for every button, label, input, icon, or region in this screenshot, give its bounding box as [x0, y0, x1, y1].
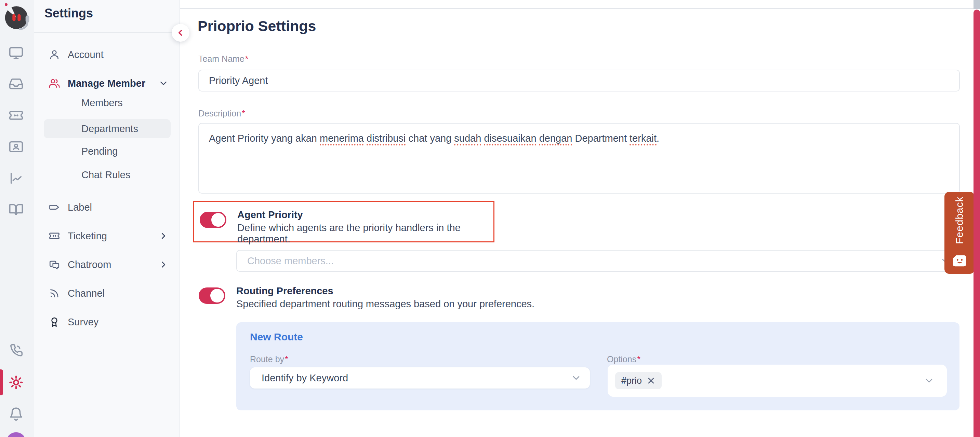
sidebar-item-account[interactable]: Account: [44, 45, 171, 64]
user-avatar[interactable]: [6, 432, 26, 437]
app-logo-icon[interactable]: [3, 2, 30, 32]
required-asterisk: *: [637, 355, 640, 364]
settings-gear-icon[interactable]: [8, 375, 24, 390]
sidebar-item-label: Account: [68, 49, 103, 60]
sidebar-item-survey[interactable]: Survey: [44, 312, 171, 331]
sidebar-item-label: Chatroom: [68, 259, 111, 271]
team-name-value: Priority Agent: [209, 75, 268, 86]
award-icon: [49, 316, 60, 328]
agent-priority-toggle[interactable]: [200, 212, 226, 228]
chevron-left-icon: [176, 28, 185, 37]
scrollbar-thumb[interactable]: [974, 0, 980, 9]
required-asterisk: *: [245, 54, 248, 63]
inbox-monitor-icon[interactable]: [8, 45, 24, 61]
agent-priority-description: Define which agents are the priority han…: [237, 222, 493, 245]
sidebar-item-label: Channel: [68, 288, 105, 299]
required-asterisk: *: [242, 109, 245, 118]
user-icon: [49, 49, 60, 60]
rss-icon: [49, 287, 60, 299]
route-by-label: Route by*: [250, 355, 288, 364]
sidebar-item-departments[interactable]: Departments: [44, 119, 171, 138]
sidebar-item-label: Members: [81, 97, 123, 109]
sidebar-title: Settings: [45, 6, 93, 21]
sidebar-item-label-section[interactable]: Label: [44, 198, 171, 217]
chat-bubbles-icon: [49, 259, 60, 271]
sidebar-item-chatroom[interactable]: Chatroom: [44, 255, 171, 274]
ticket-icon: [49, 230, 60, 242]
required-asterisk: *: [285, 355, 288, 364]
active-nav-indicator: [0, 369, 3, 395]
sidebar-item-chat-rules[interactable]: Chat Rules: [44, 165, 171, 184]
agent-priority-title: Agent Priority: [237, 209, 303, 220]
chevron-down-icon: [924, 375, 934, 386]
feedback-button[interactable]: Feedback: [945, 192, 975, 274]
chevron-down-icon: [571, 372, 582, 383]
remove-tag-icon[interactable]: [647, 376, 655, 385]
description-label: Description*: [198, 109, 245, 119]
app-icon-rail: [0, 0, 34, 437]
options-multiselect[interactable]: #prio: [608, 365, 947, 397]
team-name-label: Team Name*: [198, 54, 248, 64]
knowledge-book-icon[interactable]: [8, 202, 24, 217]
users-icon: [49, 78, 60, 89]
route-by-value: Identify by Keyword: [262, 372, 348, 384]
option-tag: #prio: [615, 372, 662, 389]
top-divider: [180, 0, 980, 9]
team-name-input[interactable]: Priority Agent: [198, 70, 960, 92]
sidebar-item-label: Pending: [81, 146, 118, 157]
description-textarea[interactable]: Agent Priority yang akan menerima distri…: [198, 123, 960, 193]
sidebar-item-label: Label: [68, 202, 92, 213]
tag-icon: [49, 201, 60, 213]
notifications-bell-icon[interactable]: [8, 406, 24, 422]
sidebar-item-label: Departments: [81, 123, 138, 135]
feedback-smiley-icon: [951, 254, 967, 268]
sidebar-item-label: Manage Member: [68, 78, 145, 89]
sidebar-item-members[interactable]: Members: [44, 93, 171, 112]
sidebar-collapse-button[interactable]: [172, 24, 189, 42]
routing-preferences-toggle[interactable]: [199, 287, 225, 304]
feedback-label: Feedback: [954, 192, 965, 250]
toggle-knob: [210, 289, 224, 302]
inbox-tray-icon[interactable]: [8, 76, 24, 92]
sidebar-item-manage-member[interactable]: Manage Member: [44, 74, 171, 93]
route-by-select[interactable]: Identify by Keyword: [250, 367, 590, 388]
page-title: Prioprio Settings: [198, 18, 316, 35]
agent-priority-highlight-box: Agent Priority Define which agents are t…: [193, 201, 495, 242]
sidebar-item-channel[interactable]: Channel: [44, 284, 171, 303]
contacts-card-icon[interactable]: [8, 139, 24, 155]
right-edge-strip: [974, 10, 980, 437]
toggle-knob: [211, 213, 225, 227]
main-content: Prioprio Settings Team Name* Priority Ag…: [180, 0, 980, 437]
chevron-down-icon: [158, 78, 169, 89]
sidebar-item-label: Chat Rules: [81, 169, 130, 180]
new-route-title: New Route: [250, 331, 303, 343]
chevron-right-icon: [158, 231, 169, 241]
options-label: Options*: [607, 355, 640, 364]
ticketing-icon[interactable]: [8, 108, 24, 123]
choose-members-placeholder: Choose members...: [247, 255, 334, 267]
new-route-panel: New Route Route by* Identify by Keyword …: [236, 322, 959, 410]
choose-members-select[interactable]: Choose members...: [236, 250, 960, 272]
routing-preferences-title: Routing Preferences: [236, 285, 333, 297]
sidebar-divider: [34, 32, 180, 33]
option-tag-label: #prio: [621, 375, 642, 386]
description-text: Agent Priority yang akan menerima distri…: [209, 133, 659, 144]
sidebar-item-pending[interactable]: Pending: [44, 142, 171, 161]
sidebar-item-label: Survey: [68, 317, 99, 328]
settings-sidebar: Settings Account Manage Member Members D…: [34, 0, 180, 437]
sidebar-item-label: Ticketing: [68, 230, 107, 242]
call-phone-icon[interactable]: [8, 342, 24, 358]
chevron-right-icon: [158, 260, 169, 270]
analytics-chart-icon[interactable]: [8, 170, 24, 186]
sidebar-item-ticketing[interactable]: Ticketing: [44, 226, 171, 245]
routing-preferences-description: Specified department routing messages ba…: [236, 298, 535, 310]
